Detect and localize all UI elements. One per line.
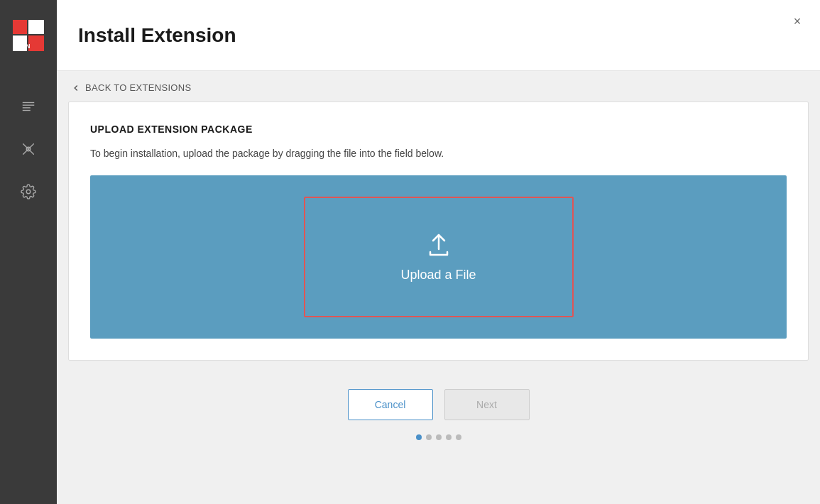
instruction-text: To begin installation, upload the packag… — [90, 146, 787, 161]
dnn-logo-icon: DNN — [13, 20, 44, 51]
sidebar-item-settings[interactable] — [0, 170, 57, 213]
upload-icon — [426, 232, 452, 258]
pagination-dot-1 — [416, 434, 422, 440]
tools-icon — [21, 141, 36, 157]
content-icon — [21, 99, 36, 114]
page-title: Install Extension — [78, 24, 236, 47]
chevron-left-icon — [71, 83, 81, 93]
svg-point-12 — [26, 190, 31, 194]
pagination-dot-4 — [446, 434, 452, 440]
upload-area[interactable]: Upload a File — [90, 175, 787, 339]
svg-rect-1 — [28, 20, 44, 34]
cancel-button[interactable]: Cancel — [348, 389, 433, 420]
next-button[interactable]: Next — [444, 389, 530, 420]
header: Install Extension × — [57, 0, 820, 71]
upload-dropzone[interactable]: Upload a File — [304, 197, 574, 317]
sidebar: DNN — [0, 0, 57, 504]
upload-card: UPLOAD EXTENSION PACKAGE To begin instal… — [68, 102, 809, 361]
sidebar-navigation — [0, 85, 57, 213]
sidebar-item-content[interactable] — [0, 85, 57, 128]
pagination-dot-5 — [456, 434, 461, 440]
svg-text:DNN: DNN — [16, 43, 31, 50]
section-title: UPLOAD EXTENSION PACKAGE — [90, 124, 787, 135]
pagination-dot-2 — [426, 434, 432, 440]
back-navigation[interactable]: BACK TO EXTENSIONS — [57, 71, 820, 102]
back-label: BACK TO EXTENSIONS — [85, 82, 191, 93]
upload-label: Upload a File — [400, 268, 476, 283]
svg-rect-0 — [13, 20, 27, 34]
close-button[interactable]: × — [789, 13, 806, 30]
pagination-dot-3 — [436, 434, 442, 440]
svg-rect-3 — [28, 35, 44, 51]
sidebar-logo: DNN — [0, 0, 57, 71]
main-content: Install Extension × BACK TO EXTENSIONS U… — [57, 0, 820, 504]
pagination — [57, 434, 820, 447]
page-body: BACK TO EXTENSIONS UPLOAD EXTENSION PACK… — [57, 71, 820, 504]
footer-buttons: Cancel Next — [57, 372, 820, 434]
sidebar-item-tools[interactable] — [0, 128, 57, 170]
settings-icon — [21, 184, 36, 199]
